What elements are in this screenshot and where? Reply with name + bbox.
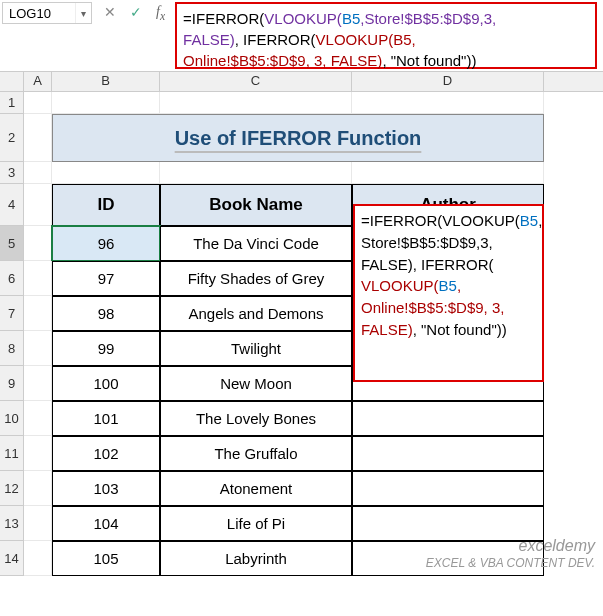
cell[interactable]	[24, 114, 52, 162]
table-cell-book[interactable]: Angels and Demons	[160, 296, 352, 331]
row-header-5[interactable]: 5	[0, 226, 24, 261]
cell[interactable]	[24, 184, 52, 226]
cell[interactable]	[24, 366, 52, 401]
table-cell-id[interactable]: 100	[52, 366, 160, 401]
table-cell-book[interactable]: Life of Pi	[160, 506, 352, 541]
table-cell-book[interactable]: Atonement	[160, 471, 352, 506]
cell[interactable]	[24, 401, 52, 436]
select-all-corner[interactable]	[0, 72, 24, 92]
col-header-D[interactable]: D	[352, 72, 544, 91]
table-cell-id[interactable]: 97	[52, 261, 160, 296]
header-id[interactable]: ID	[52, 184, 160, 226]
cell[interactable]	[24, 331, 52, 366]
cell[interactable]	[24, 436, 52, 471]
table-cell-author[interactable]	[352, 401, 544, 436]
row-header-3[interactable]: 3	[0, 162, 24, 184]
row-header-13[interactable]: 13	[0, 506, 24, 541]
cell[interactable]	[352, 92, 544, 114]
row-header-8[interactable]: 8	[0, 331, 24, 366]
cancel-icon[interactable]: ✕	[102, 2, 118, 22]
table-cell-book[interactable]: New Moon	[160, 366, 352, 401]
table-cell-book[interactable]: The Gruffalo	[160, 436, 352, 471]
cell[interactable]	[24, 226, 52, 261]
table-cell-book[interactable]: Fifty Shades of Grey	[160, 261, 352, 296]
table-cell-id[interactable]: 102	[52, 436, 160, 471]
formula-bar: ▾ ✕ ✓ fx =IFERROR(VLOOKUP(B5,Store!$B$5:…	[0, 0, 603, 72]
table-cell-author[interactable]	[352, 436, 544, 471]
table-cell-id[interactable]: 96	[52, 226, 160, 261]
table-cell-id[interactable]: 98	[52, 296, 160, 331]
row-header-11[interactable]: 11	[0, 436, 24, 471]
table-cell-id[interactable]: 105	[52, 541, 160, 576]
cell[interactable]	[24, 471, 52, 506]
row-header-7[interactable]: 7	[0, 296, 24, 331]
cell[interactable]	[160, 162, 352, 184]
table-cell-book[interactable]: Twilight	[160, 331, 352, 366]
col-header-C[interactable]: C	[160, 72, 352, 91]
header-book[interactable]: Book Name	[160, 184, 352, 226]
table-cell-book[interactable]: Labyrinth	[160, 541, 352, 576]
table-cell-id[interactable]: 99	[52, 331, 160, 366]
watermark-line2: EXCEL & VBA CONTENT DEV.	[426, 556, 595, 570]
table-cell-id[interactable]: 101	[52, 401, 160, 436]
name-box-input[interactable]	[3, 6, 75, 21]
row-header-2[interactable]: 2	[0, 114, 24, 162]
cell[interactable]	[24, 92, 52, 114]
row-header-1[interactable]: 1	[0, 92, 24, 114]
row-header-4[interactable]: 4	[0, 184, 24, 226]
watermark-line1: exceldemy	[426, 536, 595, 555]
cell[interactable]	[352, 162, 544, 184]
cell[interactable]	[24, 296, 52, 331]
table-cell-book[interactable]: The Lovely Bones	[160, 401, 352, 436]
col-header-B[interactable]: B	[52, 72, 160, 91]
cell[interactable]	[52, 162, 160, 184]
title-cell[interactable]: Use of IFERROR Function	[52, 114, 544, 162]
row-header-10[interactable]: 10	[0, 401, 24, 436]
fx-icon[interactable]: fx	[154, 2, 167, 25]
spreadsheet-grid: A B C D 1 2 Use of IFERROR Function 3 4 …	[0, 72, 603, 576]
cell-formula-overlay[interactable]: =IFERROR(VLOOKUP(B5,Store!$B$5:$D$9,3,FA…	[353, 204, 544, 382]
cell[interactable]	[24, 541, 52, 576]
row-header-12[interactable]: 12	[0, 471, 24, 506]
formula-bar-text[interactable]: =IFERROR(VLOOKUP(B5,Store!$B$5:$D$9,3,FA…	[175, 2, 597, 69]
col-header-A[interactable]: A	[24, 72, 52, 91]
row-header-14[interactable]: 14	[0, 541, 24, 576]
cell[interactable]	[160, 92, 352, 114]
table-cell-id[interactable]: 104	[52, 506, 160, 541]
cell[interactable]	[52, 92, 160, 114]
column-headers: A B C D	[24, 72, 603, 92]
name-box[interactable]: ▾	[2, 2, 92, 24]
table-cell-book[interactable]: The Da Vinci Code	[160, 226, 352, 261]
cell[interactable]	[24, 162, 52, 184]
check-icon[interactable]: ✓	[128, 2, 144, 22]
table-cell-id[interactable]: 103	[52, 471, 160, 506]
watermark: exceldemy EXCEL & VBA CONTENT DEV.	[426, 536, 595, 570]
cell[interactable]	[24, 506, 52, 541]
row-header-6[interactable]: 6	[0, 261, 24, 296]
cell[interactable]	[24, 261, 52, 296]
row-header-9[interactable]: 9	[0, 366, 24, 401]
chevron-down-icon[interactable]: ▾	[75, 3, 91, 23]
table-cell-author[interactable]	[352, 471, 544, 506]
